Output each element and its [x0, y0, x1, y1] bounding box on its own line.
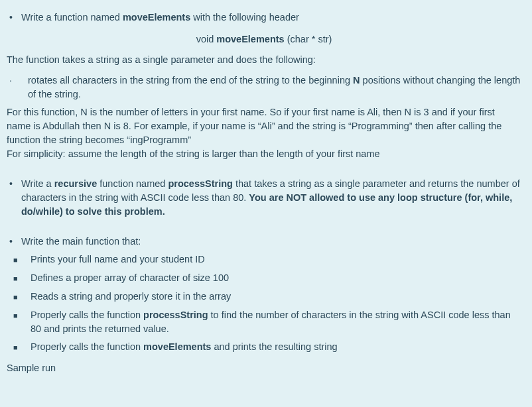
bullet-body: Defines a proper array of character of s…	[31, 271, 521, 285]
bullet-body: Properly calls the function moveElements…	[31, 340, 521, 354]
assignment-document: • Write a function named moveElements wi…	[0, 0, 532, 384]
text: For simplicity: assume the length of the…	[7, 148, 380, 159]
fn-name: moveElements	[216, 34, 284, 44]
q1-description: The function takes a string as a single …	[7, 53, 521, 67]
text: Write a function named	[21, 12, 123, 23]
text: Prints your full name and your student I…	[31, 254, 205, 264]
q1-example: For this function, N is the number of le…	[7, 105, 521, 161]
return-type: void	[196, 34, 217, 44]
bullet-body: Reads a string and properly store it in …	[31, 290, 521, 304]
text: Defines a proper array of character of s…	[31, 272, 229, 283]
bullet-processstring: • Write a recursive function named proce…	[7, 177, 521, 219]
main-item-5: ■ Properly calls the function moveElemen…	[7, 340, 521, 355]
square-bullet-icon: ■	[7, 271, 31, 286]
main-item-1: ■ Prints your full name and your student…	[7, 253, 521, 267]
bullet-body: Write the main function that:	[21, 235, 521, 249]
text: Properly calls the function	[31, 310, 143, 320]
bullet-main: • Write the main function that:	[7, 235, 521, 249]
n-bold: N	[353, 75, 360, 86]
bullet-body: Prints your full name and your student I…	[31, 253, 521, 266]
text: function named	[97, 178, 168, 189]
text: Write the main function that:	[21, 236, 141, 247]
text: and prints the resulting string	[211, 341, 337, 352]
sample-run-heading: Sample run	[7, 361, 521, 375]
fn-name: processString	[143, 310, 208, 320]
fn-name: moveElements	[123, 12, 190, 23]
main-item-2: ■ Defines a proper array of character of…	[7, 271, 521, 286]
square-bullet-icon: ■	[7, 340, 31, 355]
main-item-3: ■ Reads a string and properly store it i…	[7, 290, 521, 304]
fn-name: processString	[168, 178, 233, 189]
bullet-body: rotates all characters in the string fro…	[28, 74, 521, 101]
bullet-body: Write a function named moveElements with…	[21, 11, 521, 25]
bullet-body: Properly calls the function processStrin…	[31, 308, 521, 336]
bullet-moveelements: • Write a function named moveElements wi…	[7, 11, 521, 25]
square-bullet-icon: ■	[7, 308, 31, 323]
text: with the following header	[190, 12, 299, 23]
text: rotates all characters in the string fro…	[28, 75, 353, 86]
bullet-dot-icon: •	[7, 177, 21, 190]
q1-rotate-bullet: · rotates all characters in the string f…	[7, 74, 521, 101]
bullet-dot-icon: •	[7, 11, 21, 24]
text: For this function, N is the number of le…	[7, 107, 501, 145]
text: Write a	[21, 178, 54, 189]
square-bullet-icon: ■	[7, 253, 31, 267]
main-item-4: ■ Properly calls the function processStr…	[7, 308, 521, 336]
bullet-dot-icon: •	[7, 235, 21, 248]
square-bullet-icon: ■	[7, 290, 31, 304]
fn-name: moveElements	[143, 341, 211, 352]
text: Reads a string and properly store it in …	[31, 291, 231, 302]
bullet-middot-icon: ·	[7, 74, 28, 87]
text: Properly calls the function	[31, 341, 143, 352]
recursive-bold: recursive	[54, 178, 98, 189]
fn-args: (char * str)	[285, 34, 332, 44]
function-signature: void moveElements (char * str)	[7, 32, 521, 46]
bullet-body: Write a recursive function named process…	[21, 177, 521, 219]
